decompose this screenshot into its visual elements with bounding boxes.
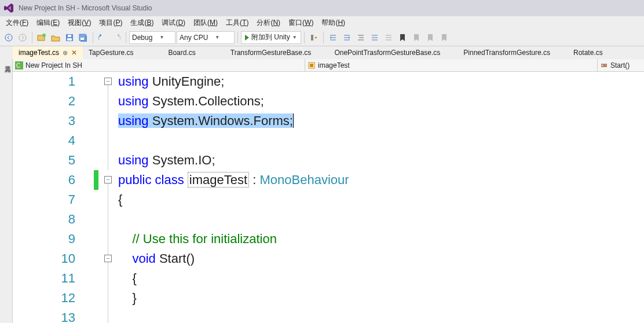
- fold-line: [108, 85, 108, 170]
- tab-tapgesture[interactable]: TapGesture.cs: [83, 46, 139, 59]
- separator: [304, 32, 305, 43]
- save-all-button[interactable]: [77, 31, 90, 44]
- tab-pinned[interactable]: PinnedTransformGesture.cs: [458, 46, 556, 59]
- document-tabs: imageTest.cs ⊕ ✕ TapGesture.cs Board.cs …: [0, 46, 644, 59]
- menu-debug[interactable]: 调试(D): [158, 17, 189, 29]
- fold-toggle[interactable]: −: [104, 255, 112, 262]
- side-tab-spacer: [0, 46, 13, 59]
- svg-rect-5: [67, 38, 72, 41]
- vs-logo-icon: [3, 3, 14, 13]
- svg-point-16: [602, 65, 603, 66]
- separator: [93, 32, 93, 43]
- menu-build[interactable]: 生成(B): [127, 17, 157, 29]
- toolbox-rail[interactable]: 工具箱: [0, 59, 13, 323]
- tab-rotate[interactable]: Rotate.cs: [568, 46, 609, 59]
- separator: [32, 32, 32, 43]
- format-btn[interactable]: [354, 31, 367, 44]
- redo-button[interactable]: [110, 31, 123, 44]
- menu-bar: 文件(F) 编辑(E) 视图(V) 项目(P) 生成(B) 调试(D) 团队(M…: [0, 16, 644, 29]
- bookmark-clear-btn[interactable]: [438, 31, 451, 44]
- tab-label: imageTest.cs: [19, 49, 59, 57]
- nav-project-combo[interactable]: C New Project In SH: [13, 59, 305, 72]
- config-combo[interactable]: Debug▼: [129, 31, 175, 44]
- save-button[interactable]: [63, 31, 76, 44]
- fold-toggle[interactable]: −: [104, 78, 112, 85]
- line-number-gutter: 12345678910111213: [13, 72, 94, 323]
- svg-rect-9: [80, 38, 84, 40]
- menu-tools[interactable]: 工具(T): [222, 17, 252, 29]
- new-project-button[interactable]: [35, 31, 48, 44]
- start-label: 附加到 Unity: [251, 32, 290, 42]
- class-icon: [308, 61, 316, 69]
- uncomment-btn[interactable]: [382, 31, 395, 44]
- pin-icon[interactable]: ⊕: [63, 49, 68, 57]
- bookmark-btn[interactable]: [396, 31, 409, 44]
- close-icon[interactable]: ✕: [71, 49, 77, 57]
- separator: [323, 32, 324, 43]
- platform-combo[interactable]: Any CPU▼: [177, 31, 235, 44]
- svg-rect-14: [310, 64, 313, 67]
- bookmark-next-btn[interactable]: [424, 31, 437, 44]
- fold-toggle[interactable]: −: [104, 176, 112, 183]
- menu-project[interactable]: 项目(P): [96, 17, 126, 29]
- menu-window[interactable]: 窗口(W): [285, 17, 317, 29]
- editor: C New Project In SH imageTest Start() 12…: [13, 59, 644, 323]
- menu-file[interactable]: 文件(F): [2, 17, 32, 29]
- title-bar: New Project In SH - Microsoft Visual Stu…: [0, 0, 644, 16]
- tab-imagetest[interactable]: imageTest.cs ⊕ ✕: [13, 46, 83, 59]
- svg-point-3: [42, 34, 46, 37]
- change-marker: [94, 170, 98, 190]
- svg-text:C: C: [16, 63, 20, 69]
- chevron-down-icon: ▼: [292, 35, 297, 40]
- bookmark-prev-btn[interactable]: [410, 31, 423, 44]
- tab-onepoint[interactable]: OnePointTrasformGestureBase.cs: [328, 46, 446, 59]
- chevron-down-icon: ▼: [215, 35, 219, 40]
- indent-btn[interactable]: [327, 31, 339, 44]
- svg-rect-10: [311, 35, 313, 41]
- tab-transformgesturebase[interactable]: TransformGestureBase.cs: [225, 46, 317, 59]
- tab-board[interactable]: Board.cs: [162, 46, 201, 59]
- change-marker-column: [94, 72, 101, 323]
- outdent-btn[interactable]: [341, 31, 353, 44]
- svg-rect-6: [68, 35, 71, 37]
- svg-point-0: [5, 34, 12, 41]
- window-title: New Project In SH - Microsoft Visual Stu…: [19, 4, 152, 12]
- separator: [237, 32, 238, 43]
- undo-button[interactable]: [96, 31, 109, 44]
- menu-analyze[interactable]: 分析(N): [253, 17, 284, 29]
- workspace: 工具箱 C New Project In SH imageTest Start(…: [0, 59, 644, 323]
- fold-column: − − −: [101, 72, 118, 323]
- chevron-down-icon: ▼: [159, 35, 164, 40]
- open-file-button[interactable]: [49, 31, 62, 44]
- comment-btn[interactable]: [368, 31, 381, 44]
- menu-view[interactable]: 视图(V): [64, 17, 94, 29]
- code-area[interactable]: 12345678910111213 − − − using UnityEngin…: [13, 72, 644, 323]
- csharp-project-icon: C: [15, 61, 23, 69]
- svg-point-1: [19, 34, 26, 41]
- nav-member-combo[interactable]: Start(): [598, 59, 644, 72]
- nav-back-button[interactable]: [2, 31, 15, 44]
- menu-team[interactable]: 团队(M): [190, 17, 221, 29]
- method-icon: [600, 61, 608, 69]
- code-text[interactable]: using UnityEngine; using System.Collecti…: [118, 72, 644, 323]
- nav-bar: C New Project In SH imageTest Start(): [13, 59, 644, 72]
- fold-line: [108, 183, 108, 323]
- start-debug-button[interactable]: 附加到 Unity ▼: [241, 31, 301, 44]
- nav-fwd-button[interactable]: [16, 31, 29, 44]
- menu-edit[interactable]: 编辑(E): [33, 17, 63, 29]
- tool-btn-1[interactable]: [308, 31, 320, 44]
- separator: [126, 32, 126, 43]
- menu-help[interactable]: 帮助(H): [318, 17, 349, 29]
- toolbar: Debug▼ Any CPU▼ 附加到 Unity ▼: [0, 29, 644, 46]
- nav-class-combo[interactable]: imageTest: [305, 59, 598, 72]
- play-icon: [245, 35, 249, 41]
